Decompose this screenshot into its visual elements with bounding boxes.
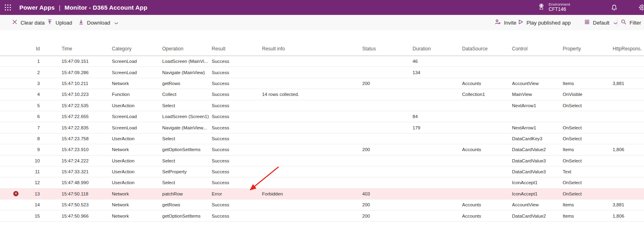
cell-result: Success [212, 202, 262, 207]
cell-id: 8 [24, 136, 40, 141]
cell-category: Network [112, 81, 162, 86]
cell-result: Success [212, 158, 262, 163]
cell-result_info: 14 rows collected. [262, 92, 362, 97]
cell-operation: LoadScreen (Screen1) [162, 114, 212, 119]
cell-property: Items [563, 147, 613, 152]
cell-property: Text [563, 169, 613, 174]
invite-button[interactable]: Invite [495, 15, 516, 30]
column-header-result[interactable]: Result [212, 46, 262, 52]
cell-operation: getOptionSetItems [162, 214, 212, 218]
table-row[interactable]: 815:47:23.758UserActionSelectSuccessData… [0, 133, 644, 144]
environment-globe-icon [538, 3, 545, 12]
environment-picker[interactable]: Environment CFT146 [538, 0, 570, 15]
cell-data_source: Accounts [462, 202, 512, 207]
table-row[interactable]: 415:47:10.223FunctionCollectSuccess14 ro… [0, 89, 644, 100]
table-row[interactable]: 315:47:10.211NetworkgetRowsSuccess200Acc… [0, 78, 644, 89]
table-row[interactable]: 615:47:22.655ScreenLoadLoadScreen (Scree… [0, 111, 644, 122]
cell-operation: patchRow [162, 191, 212, 196]
cell-control: NextArrow1 [512, 103, 563, 108]
cell-time: 15:47:22.655 [40, 114, 112, 119]
page-title: Monitor - D365 Account App [64, 4, 147, 11]
play-published-app-button[interactable]: Play published app [518, 15, 571, 30]
cell-time: 15:47:50.966 [40, 214, 112, 218]
column-header-id[interactable]: Id [24, 46, 40, 52]
cell-control: IconAccept1 [512, 191, 563, 196]
cell-result: Error [212, 191, 262, 196]
cell-property: OnSelect [563, 191, 613, 196]
chevron-down-icon [114, 20, 118, 26]
cell-time: 15:47:22.835 [40, 125, 112, 130]
table-row[interactable]: 915:47:23.910NetworkgetOptionSetItemsSuc… [0, 144, 644, 155]
waffle-menu-icon[interactable] [4, 4, 11, 11]
cell-id: 6 [24, 114, 40, 119]
invite-label: Invite [504, 20, 516, 26]
cell-status: 200 [362, 202, 413, 207]
product-name[interactable]: Power Apps [19, 4, 55, 11]
cell-category: UserAction [112, 136, 162, 141]
cell-control: AccountView [512, 202, 563, 207]
cell-time: 15:47:09.151 [40, 59, 112, 64]
cell-category: ScreenLoad [112, 114, 162, 119]
table-row[interactable]: 115:47:09.151ScreenLoadLoadScreen (MainV… [0, 56, 644, 67]
cell-property: Items [563, 214, 613, 218]
cell-control: AccountView [512, 81, 563, 86]
cell-http_response_size: 1,806 [613, 214, 644, 218]
cell-category: UserAction [112, 180, 162, 185]
filter-button[interactable]: Filter [621, 15, 641, 30]
cell-result: Success [212, 125, 262, 130]
download-button[interactable]: Download [78, 15, 118, 30]
cell-property: OnSelect [563, 103, 613, 108]
error-badge-icon: ✕ [13, 191, 19, 196]
column-header-duration[interactable]: Duration [413, 46, 462, 52]
table-row[interactable]: 1215:47:48.990UserActionSelectSuccessIco… [0, 177, 644, 188]
column-header-operation[interactable]: Operation [162, 46, 212, 52]
cell-category: Function [112, 92, 162, 97]
table-row[interactable]: 1015:47:24.222UserActionSelectSuccessDat… [0, 156, 644, 166]
cell-http_response_size: 3,881 [613, 202, 644, 207]
cell-time: 15:47:09.286 [40, 70, 112, 75]
cell-control: DataCardValue2 [512, 214, 563, 218]
column-header-control[interactable]: Control [512, 46, 563, 52]
clear-data-button[interactable]: Clear data [12, 15, 45, 30]
clear-data-label: Clear data [21, 20, 45, 26]
table-row[interactable]: 1515:47:50.966NetworkgetOptionSetItemsSu… [0, 210, 644, 221]
column-header-result_info[interactable]: Result info [262, 46, 362, 52]
cell-property: OnSelect [563, 125, 613, 130]
download-label: Download [87, 20, 110, 26]
upload-label: Upload [56, 20, 72, 26]
cell-operation: Navigate (MainView... [162, 125, 212, 130]
cell-data_source: Accounts [462, 214, 512, 218]
cell-duration: 134 [413, 70, 462, 75]
cell-id: 2 [24, 70, 40, 75]
cell-duration: 179 [413, 125, 462, 130]
column-header-data_source[interactable]: DataSource [462, 46, 512, 52]
column-header-http_response_size[interactable]: HttpRespons. [613, 46, 644, 52]
table-row[interactable]: 715:47:22.835ScreenLoadNavigate (MainVie… [0, 122, 644, 133]
column-header-time[interactable]: Time [40, 46, 112, 52]
table-row[interactable]: ✕1315:47:50.118NetworkpatchRowErrorForbi… [0, 189, 644, 199]
cell-time: 15:47:23.758 [40, 136, 112, 141]
column-header-property[interactable]: Property [563, 46, 613, 52]
cell-category: ScreenLoad [112, 59, 162, 64]
table-row[interactable]: 1415:47:50.523NetworkgetRowsSuccess200Ac… [0, 199, 644, 210]
view-default-button[interactable]: Default [584, 15, 617, 30]
settings-gear-icon[interactable] [638, 4, 644, 13]
column-header-status[interactable]: Status [362, 46, 413, 52]
app-title: Power Apps | Monitor - D365 Account App [19, 0, 147, 15]
upload-button[interactable]: Upload [47, 15, 72, 30]
notifications-bell-icon[interactable] [611, 4, 617, 13]
view-default-label: Default [593, 20, 609, 26]
command-bar: Clear data Upload Download Invite [0, 15, 644, 30]
cell-status: 200 [362, 81, 413, 86]
column-header-category[interactable]: Category [112, 46, 162, 52]
cell-http_response_size: 1,806 [613, 147, 644, 152]
cell-category: Network [112, 191, 162, 196]
table-row[interactable]: 1115:47:33.321UserActionSetPropertySucce… [0, 166, 644, 177]
cell-result: Success [212, 136, 262, 141]
table-row[interactable]: 215:47:09.286ScreenLoadNavigate (MainVie… [0, 67, 644, 78]
table-row[interactable]: 515:47:22.535UserActionSelectSuccessNext… [0, 100, 644, 111]
cell-property: OnVisible [563, 92, 613, 97]
cell-operation: Collect [162, 92, 212, 97]
cell-time: 15:47:10.223 [40, 92, 112, 97]
cell-result: Success [212, 92, 262, 97]
